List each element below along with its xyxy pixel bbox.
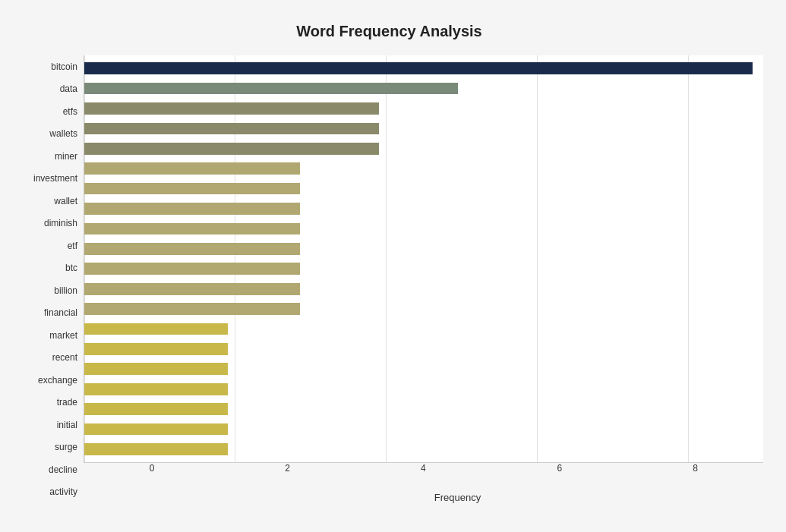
y-label: data — [60, 84, 77, 93]
x-tick-label: 0 — [150, 463, 155, 474]
x-axis-container: 02468 — [152, 463, 763, 486]
bar — [84, 162, 300, 175]
bar — [84, 383, 228, 395]
x-tick-label: 2 — [285, 463, 290, 474]
bar — [84, 323, 228, 335]
bar-row — [84, 439, 763, 459]
x-axis-title: Frequency — [152, 492, 763, 503]
chart-title: Word Frequency Analysis — [15, 15, 763, 40]
bar — [84, 443, 228, 455]
bar — [84, 143, 379, 155]
bar — [84, 403, 228, 415]
y-label: diminish — [44, 219, 77, 228]
y-label: surge — [55, 442, 77, 452]
bar-row — [84, 419, 763, 439]
y-label: initial — [57, 420, 77, 430]
y-label: activity — [49, 487, 77, 496]
bar — [84, 62, 753, 74]
bar-row — [84, 239, 763, 259]
bar-row — [84, 178, 763, 198]
bar — [84, 343, 228, 355]
bar-row — [84, 319, 763, 338]
y-label: exchange — [38, 376, 77, 385]
y-label: miner — [55, 152, 77, 161]
x-tick-label: 8 — [693, 463, 698, 474]
y-label: bitcoin — [51, 62, 77, 71]
chart-area: bitcoindataetfswalletsminerinvestmentwal… — [15, 55, 763, 503]
bar — [84, 303, 300, 315]
y-axis: bitcoindataetfswalletsminerinvestmentwal… — [15, 55, 84, 503]
bar — [84, 223, 300, 235]
bar-row — [84, 139, 763, 159]
y-label: investment — [33, 174, 77, 183]
x-tick-label: 4 — [421, 463, 426, 474]
y-label: wallets — [49, 129, 77, 138]
bar-row — [84, 399, 763, 419]
bar-row — [84, 118, 763, 138]
y-label: wallet — [54, 197, 77, 206]
x-tick-label: 6 — [557, 463, 563, 474]
plot-area — [84, 55, 763, 463]
bar-row — [84, 159, 763, 178]
chart-container: Word Frequency Analysis bitcoindataetfsw… — [0, 0, 786, 532]
bar-row — [84, 199, 763, 219]
bar-row — [84, 219, 763, 238]
y-label: decline — [49, 465, 77, 474]
bar-row — [84, 259, 763, 279]
bars-wrapper — [84, 55, 763, 462]
bar-row — [84, 339, 763, 359]
y-label: btc — [65, 263, 77, 272]
y-label: financial — [44, 308, 77, 317]
y-label: market — [49, 331, 77, 340]
bar — [84, 243, 300, 255]
bar-row — [84, 299, 763, 319]
bar-row — [84, 58, 763, 78]
y-label: trade — [57, 398, 77, 407]
bar — [84, 283, 300, 295]
bar — [84, 423, 228, 436]
bar-row — [84, 359, 763, 379]
bar — [84, 83, 458, 95]
y-label: etfs — [63, 107, 77, 116]
y-label: etf — [68, 241, 77, 250]
bar-row — [84, 99, 763, 118]
bar — [84, 123, 379, 135]
bar — [84, 183, 300, 195]
bar — [84, 102, 379, 115]
bar — [84, 263, 300, 275]
bar-row — [84, 279, 763, 298]
bar-row — [84, 379, 763, 399]
bar — [84, 203, 300, 215]
bar — [84, 363, 228, 375]
y-label: recent — [52, 353, 77, 362]
bar-row — [84, 78, 763, 98]
y-label: billion — [54, 286, 77, 295]
